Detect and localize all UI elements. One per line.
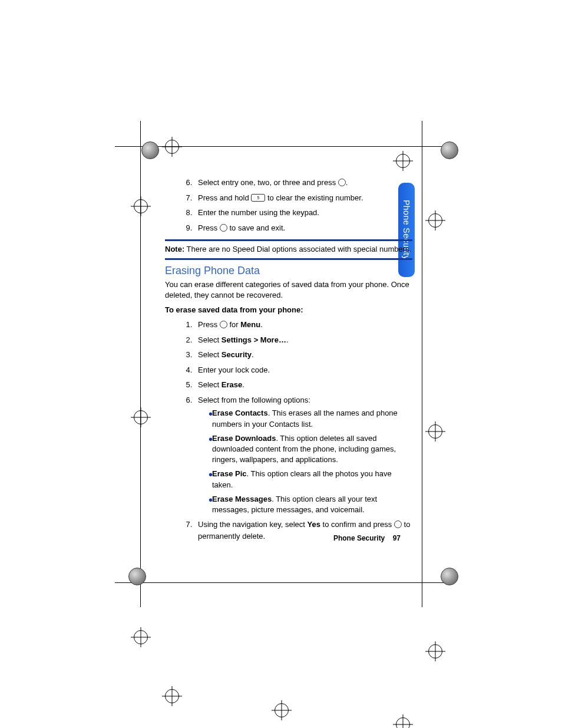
text: . [346,178,348,187]
registration-mark-icon [134,199,148,213]
print-orb-icon [441,568,458,585]
text: to clear the existing number. [265,193,363,202]
ok-key-icon [220,321,227,328]
registration-mark-icon [134,410,148,424]
ok-key-icon [220,224,227,232]
list-item: Erase Contacts. This erases all the name… [209,408,412,429]
text: Enter your lock code. [198,365,270,374]
text: for [227,320,240,329]
text-bold: Menu [240,320,260,329]
print-orb-icon [128,568,146,585]
list-item: Press to save and exit. [194,222,412,234]
erase-options-list: Erase Contacts. This erases all the name… [198,408,412,515]
list-item: Press for Menu. [194,319,412,331]
crop-line [422,121,422,607]
crop-line [140,121,141,607]
text: Press [198,223,220,232]
registration-mark-icon [396,154,410,168]
list-item: Enter your lock code. [194,364,412,376]
registration-mark-icon [428,424,442,439]
divider [165,258,412,260]
continued-steps-list: Select entry one, two, or three and pres… [165,177,412,233]
text: to confirm and press [320,520,394,529]
text: . [252,350,254,359]
erase-steps-list: Press for Menu. Select Settings > More….… [165,319,412,542]
registration-mark-icon [275,703,289,717]
registration-mark-icon [428,213,442,228]
text-bold: Erase Pic [212,469,247,478]
text: Press and hold [198,193,251,202]
registration-mark-icon [165,140,179,154]
registration-mark-icon [396,717,410,728]
page-number: 97 [393,534,401,542]
list-item: Erase Downloads. This option deletes all… [209,433,412,466]
footer-title: Phone Security [333,534,385,542]
text-bold: Security [222,350,252,359]
text-bold: Erase Messages [212,495,272,503]
text: Select [198,335,222,344]
ok-key-icon [338,179,346,186]
ok-key-icon [394,521,402,528]
page-footer: Phone Security 97 [165,534,401,542]
subheading: To erase saved data from your phone: [165,305,412,314]
text-bold: Erase [222,380,242,389]
print-orb-icon [441,141,458,159]
note-label: Note: [165,245,184,253]
list-item: Erase Messages. This option clears all y… [209,494,412,515]
text: Select entry one, two, or three and pres… [198,178,338,187]
registration-mark-icon [428,644,442,658]
list-item: Press and hold 5 to clear the existing n… [194,192,412,204]
list-item: Select from the following options: Erase… [194,394,412,515]
list-item: Select Settings > More…. [194,334,412,346]
note-text: There are no Speed Dial options associat… [184,245,411,253]
crop-line [115,582,447,583]
text: Press [198,320,220,329]
text: Enter the number using the keypad. [198,208,319,217]
text: Select [198,350,222,359]
keypad-key-icon: 5 [251,194,265,202]
list-item: Select Security. [194,349,412,361]
text-bold: Yes [307,520,320,529]
text-bold: Settings > More… [222,335,286,344]
section-heading: Erasing Phone Data [165,265,412,277]
list-item: Select Erase. [194,379,412,391]
list-item: Enter the number using the keypad. [194,207,412,219]
text: . [260,320,263,329]
text: Select [198,380,222,389]
text-bold: Erase Downloads [212,434,276,443]
print-orb-icon [141,141,159,159]
registration-mark-icon [134,630,148,644]
note: Note: There are no Speed Dial options as… [165,245,412,253]
text: Using the navigation key, select [198,520,307,529]
text: Select from the following options: [198,396,310,404]
text-bold: Erase Contacts [212,409,268,417]
registration-mark-icon [165,689,179,703]
text: to save and exit. [227,223,285,232]
intro-paragraph: You can erase different categories of sa… [165,279,412,301]
list-item: Select entry one, two, or three and pres… [194,177,412,189]
text: . [286,335,289,344]
list-item: Erase Pic. This option clears all the ph… [209,469,412,490]
crop-line [115,146,447,147]
divider [165,239,412,241]
page-content: Select entry one, two, or three and pres… [165,177,412,548]
text: . [242,380,244,389]
